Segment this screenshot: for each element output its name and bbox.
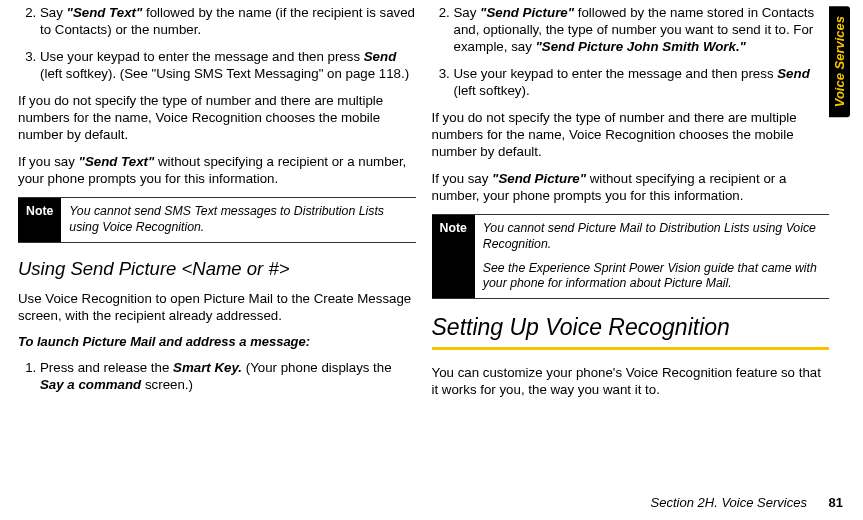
left-step-3: Use your keypad to enter the message and… xyxy=(40,48,416,82)
text: Say xyxy=(454,5,481,20)
footer-page-number: 81 xyxy=(829,495,843,510)
right-note: Note You cannot send Picture Mail to Dis… xyxy=(432,214,830,299)
text: Use your keypad to enter the message and… xyxy=(454,66,778,81)
right-step-2: Say "Send Picture" followed by the name … xyxy=(454,4,830,55)
text: (Your phone displays the xyxy=(242,360,392,375)
right-para-prompt: If you say "Send Picture" without specif… xyxy=(432,170,830,204)
sidebar: Voice Services xyxy=(829,4,853,512)
section-tab: Voice Services xyxy=(829,6,850,117)
text: Press and release the xyxy=(40,360,173,375)
picture-mail-steps: Press and release the Smart Key. (Your p… xyxy=(18,359,416,393)
text: screen.) xyxy=(141,377,193,392)
send-key: Send xyxy=(777,66,810,81)
pm-step-1: Press and release the Smart Key. (Your p… xyxy=(40,359,416,393)
right-column: Say "Send Picture" followed by the name … xyxy=(428,4,830,512)
right-step-3: Use your keypad to enter the message and… xyxy=(454,65,830,99)
note-body: You cannot send Picture Mail to Distribu… xyxy=(475,215,829,298)
text: (left softkey). xyxy=(454,83,530,98)
left-note: Note You cannot send SMS Text messages t… xyxy=(18,197,416,242)
say-send-picture: "Send Picture" xyxy=(480,5,574,20)
right-desc: You can customize your phone's Voice Rec… xyxy=(432,364,830,398)
procedure-lead: To launch Picture Mail and address a mes… xyxy=(18,334,416,351)
smart-key: Smart Key. xyxy=(173,360,242,375)
right-steps-continued: Say "Send Picture" followed by the name … xyxy=(432,4,830,99)
left-column: Say "Send Text" followed by the name (if… xyxy=(18,4,428,512)
left-step-2: Say "Send Text" followed by the name (if… xyxy=(40,4,416,38)
note-label: Note xyxy=(18,198,61,241)
left-desc: Use Voice Recognition to open Picture Ma… xyxy=(18,290,416,324)
say-send-text: "Send Text" xyxy=(79,154,155,169)
page: Say "Send Text" followed by the name (if… xyxy=(0,0,863,520)
heading-setting-up: Setting Up Voice Recognition xyxy=(432,313,830,342)
note-label: Note xyxy=(432,215,475,298)
yellow-divider xyxy=(432,347,830,350)
text: Use your keypad to enter the message and… xyxy=(40,49,364,64)
note-text: You cannot send SMS Text messages to Dis… xyxy=(69,204,407,235)
footer-section: Section 2H. Voice Services xyxy=(651,495,807,510)
note-text-1: You cannot send Picture Mail to Distribu… xyxy=(483,221,821,252)
say-a-command: Say a command xyxy=(40,377,141,392)
left-steps-continued: Say "Send Text" followed by the name (if… xyxy=(18,4,416,82)
text: If you say xyxy=(432,171,493,186)
say-send-text: "Send Text" xyxy=(67,5,143,20)
text: (left softkey). (See "Using SMS Text Mes… xyxy=(40,66,409,81)
text: If you say xyxy=(18,154,79,169)
heading-send-picture: Using Send Picture <Name or #> xyxy=(18,257,416,281)
left-para-prompt: If you say "Send Text" without specifyin… xyxy=(18,153,416,187)
left-para-default-number: If you do not specify the type of number… xyxy=(18,92,416,143)
note-body: You cannot send SMS Text messages to Dis… xyxy=(61,198,415,241)
note-text-2: See the Experience Sprint Power Vision g… xyxy=(483,261,821,292)
right-para-default-number: If you do not specify the type of number… xyxy=(432,109,830,160)
text: Say xyxy=(40,5,67,20)
say-send-picture: "Send Picture" xyxy=(492,171,586,186)
say-send-picture-example: "Send Picture John Smith Work." xyxy=(536,39,746,54)
footer: Section 2H. Voice Services 81 xyxy=(18,495,843,510)
send-key: Send xyxy=(364,49,397,64)
